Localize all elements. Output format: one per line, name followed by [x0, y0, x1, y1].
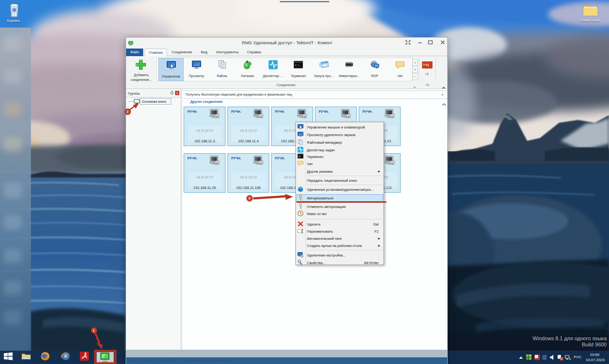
svg-text:M: M — [216, 115, 218, 118]
svg-text:M: M — [304, 115, 306, 118]
svg-text:DV: DV — [298, 156, 301, 158]
svg-text:M: M — [260, 161, 262, 164]
svg-text:C:\_: C:\_ — [295, 64, 302, 67]
svg-text:M: M — [216, 161, 218, 164]
svg-text:M: M — [391, 161, 393, 164]
svg-text:M: M — [260, 115, 262, 118]
svg-text:M: M — [347, 115, 350, 118]
svg-text:M: M — [391, 115, 393, 118]
